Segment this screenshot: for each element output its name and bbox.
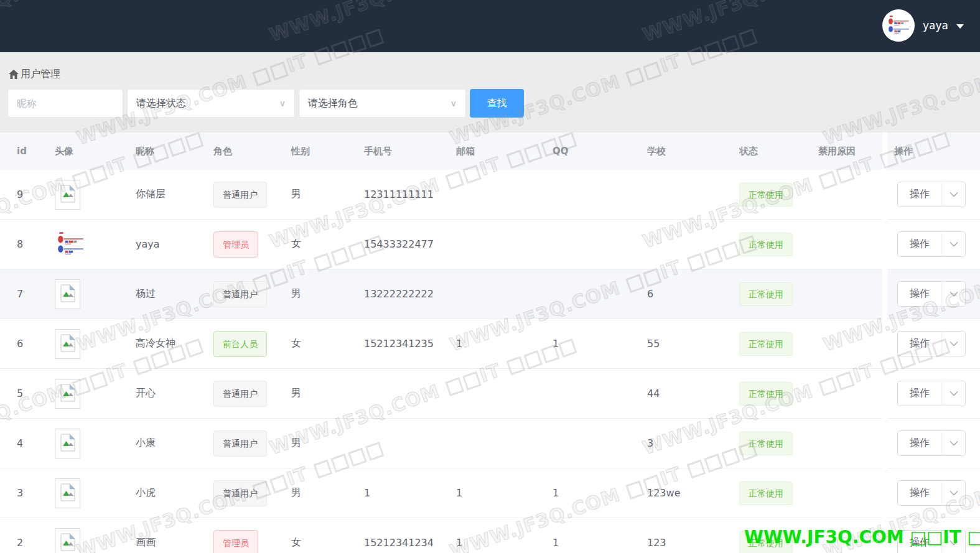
status-select[interactable]: 请选择状态 ∨ (127, 89, 295, 118)
chevron-down-icon[interactable] (942, 291, 965, 297)
cell-action: 操作 (888, 381, 980, 406)
column-header-7: QQ (546, 146, 641, 157)
cell-id: 2 (0, 537, 49, 549)
column-header-11: 操作 (888, 146, 980, 157)
cell-status: 正常使用 (733, 332, 812, 356)
cell-nickname: 小康 (129, 437, 207, 450)
column-header-9: 状态 (733, 146, 812, 157)
column-header-4: 性别 (285, 146, 358, 157)
column-header-8: 学校 (641, 146, 733, 157)
action-dropdown-button[interactable]: 操作 (897, 430, 966, 456)
action-button-label: 操作 (898, 536, 941, 549)
user-menu[interactable]: yaya (882, 9, 964, 42)
column-header-2: 昵称 (129, 146, 207, 157)
cell-status: 正常使用 (733, 282, 812, 306)
action-button-label: 操作 (898, 238, 941, 251)
role-tag: 管理员 (213, 530, 258, 553)
cell-action: 操作 (888, 430, 980, 456)
role-tag: 普通用户 (213, 281, 267, 307)
chevron-down-icon: ∨ (450, 98, 457, 108)
cell-gender: 男 (285, 437, 358, 450)
table-row: 4小康普通用户男3正常使用操作 (0, 419, 980, 468)
user-avatar[interactable] (882, 9, 915, 42)
cell-action: 操作 (888, 231, 980, 257)
cell-gender: 男 (285, 486, 358, 500)
cell-avatar (49, 180, 129, 210)
status-badge: 正常使用 (739, 481, 793, 505)
role-tag: 前台人员 (213, 331, 267, 357)
status-badge: 正常使用 (739, 382, 793, 406)
status-badge: 正常使用 (739, 531, 793, 553)
action-button-label: 操作 (898, 387, 941, 400)
cell-id: 4 (0, 437, 49, 449)
chevron-down-icon[interactable] (942, 241, 965, 247)
avatar-image (55, 231, 86, 258)
action-dropdown-button[interactable]: 操作 (897, 231, 966, 257)
caret-down-icon[interactable] (956, 24, 964, 29)
action-dropdown-button[interactable]: 操作 (897, 480, 966, 506)
action-dropdown-button[interactable]: 操作 (897, 530, 966, 553)
cell-role: 普通用户 (207, 281, 285, 307)
cell-role: 前台人员 (207, 331, 285, 357)
action-button-label: 操作 (898, 287, 941, 300)
cell-qq: 1 (546, 338, 641, 350)
top-navbar: yaya (0, 0, 980, 52)
search-button[interactable]: 查找 (470, 89, 524, 118)
action-dropdown-button[interactable]: 操作 (897, 182, 966, 207)
table-row: 5开心普通用户男44正常使用操作 (0, 369, 980, 419)
chevron-down-icon[interactable] (942, 540, 965, 546)
cell-id: 6 (0, 338, 49, 350)
avatar-image (886, 14, 911, 37)
table-row: 2画画管理员女1521234123411123正常使用操作 (0, 518, 980, 553)
chevron-down-icon[interactable] (942, 192, 965, 197)
cell-phone: 1 (358, 487, 450, 499)
role-tag: 普通用户 (213, 430, 267, 457)
action-dropdown-button[interactable]: 操作 (897, 331, 966, 356)
role-tag: 普通用户 (213, 381, 267, 407)
role-select-value: 请选择角色 (308, 97, 358, 110)
cell-role: 普通用户 (207, 480, 285, 506)
chevron-down-icon[interactable] (942, 391, 965, 396)
table-header-row: id头像昵称角色性别手机号邮箱QQ学校状态禁用原因操作 (0, 132, 980, 170)
role-tag: 普通用户 (213, 182, 267, 208)
chevron-down-icon[interactable] (942, 490, 965, 496)
cell-nickname: 杨过 (129, 287, 207, 300)
table-row: 3小虎普通用户男111123we正常使用操作 (0, 468, 980, 518)
broken-image-icon (55, 180, 80, 210)
action-button-label: 操作 (898, 188, 941, 201)
username-label: yaya (923, 19, 948, 32)
status-badge: 正常使用 (739, 432, 793, 455)
broken-image-icon (55, 528, 80, 553)
action-dropdown-button[interactable]: 操作 (897, 281, 966, 307)
table-row: 9你储层普通用户男12311111111正常使用操作 (0, 170, 980, 220)
cell-avatar (49, 478, 129, 508)
cell-status: 正常使用 (733, 481, 812, 505)
nickname-input[interactable] (7, 89, 123, 118)
cell-id: 8 (0, 238, 49, 250)
cell-gender: 女 (285, 238, 358, 251)
status-badge: 正常使用 (739, 282, 793, 306)
broken-image-icon (55, 478, 80, 508)
cell-status: 正常使用 (733, 233, 812, 256)
action-dropdown-button[interactable]: 操作 (897, 381, 966, 406)
cell-school: 123 (641, 537, 733, 549)
cell-nickname: 开心 (129, 387, 207, 400)
role-tag: 普通用户 (213, 480, 267, 506)
cell-avatar (49, 329, 129, 359)
cell-action: 操作 (888, 331, 980, 356)
table-row: 7杨过普通用户男132222222226正常使用操作 (0, 269, 980, 319)
chevron-down-icon[interactable] (942, 341, 965, 346)
broken-image-icon (55, 429, 80, 458)
cell-status: 正常使用 (733, 382, 812, 406)
cell-role: 普通用户 (207, 381, 285, 407)
cell-role: 普通用户 (207, 430, 285, 457)
chevron-down-icon[interactable] (942, 440, 965, 446)
cell-avatar (49, 279, 129, 309)
cell-status: 正常使用 (733, 183, 812, 207)
cell-qq: 1 (546, 487, 641, 499)
cell-school: 6 (641, 288, 733, 300)
cell-action: 操作 (888, 182, 980, 207)
cell-school: 123we (641, 487, 733, 499)
role-select[interactable]: 请选择角色 ∨ (299, 89, 466, 118)
broken-image-icon (55, 279, 80, 309)
